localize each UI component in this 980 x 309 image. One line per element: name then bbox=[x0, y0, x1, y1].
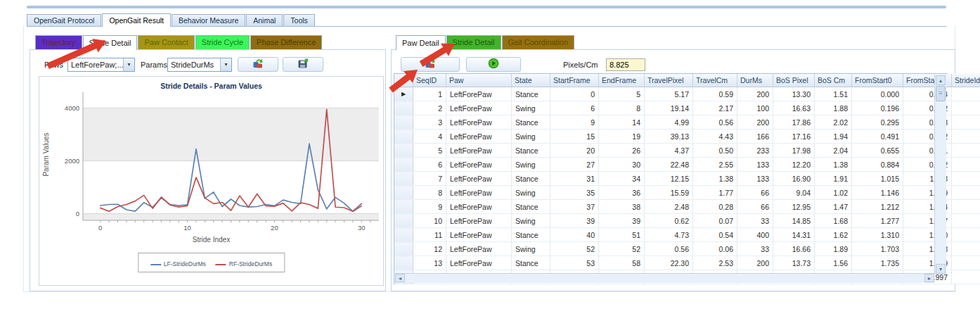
table-row[interactable]: 4LeftForePawSwing151939.134.4316617.161.… bbox=[394, 130, 980, 144]
pixels-cm-input[interactable] bbox=[606, 58, 645, 71]
col-header-startframe[interactable]: StartFrame bbox=[550, 74, 599, 87]
col-header-endframe[interactable]: EndFrame bbox=[599, 74, 645, 87]
row-marker[interactable] bbox=[394, 144, 413, 158]
cell-durms: 33 bbox=[737, 214, 773, 228]
col-header-strideid[interactable]: StrideId bbox=[952, 74, 980, 87]
scroll-left-icon[interactable]: ◄ bbox=[395, 274, 405, 282]
col-header-seqid[interactable]: SeqID bbox=[413, 74, 446, 87]
row-marker[interactable] bbox=[394, 115, 413, 130]
cell-endframe: 30 bbox=[599, 158, 645, 172]
cell-paw: LeftForePaw bbox=[446, 242, 512, 256]
scroll-up-icon[interactable]: ▲ bbox=[936, 75, 946, 85]
col-header-durms[interactable]: DurMs bbox=[737, 74, 773, 87]
subtab-paw-detail[interactable]: Paw Detail bbox=[396, 35, 446, 50]
row-marker[interactable] bbox=[394, 242, 413, 256]
row-marker[interactable] bbox=[394, 256, 413, 270]
cell-travelpixel: 15.59 bbox=[645, 186, 693, 200]
row-marker[interactable] bbox=[394, 158, 413, 172]
col-header-fromstart0[interactable]: FromStart0 bbox=[852, 74, 903, 87]
tab-opengait-protocol[interactable]: OpenGait Protocol bbox=[27, 14, 101, 26]
tab-behavior-measure[interactable]: Behavior Measure bbox=[172, 14, 245, 26]
cell-seqid: 13 bbox=[413, 256, 446, 270]
legend-line-swatch bbox=[216, 264, 226, 265]
scroll-right-icon[interactable]: ► bbox=[924, 274, 934, 282]
cell-fromstart0: 1.310 bbox=[852, 228, 903, 242]
paws-label: Paws bbox=[44, 61, 63, 69]
col-header-state[interactable]: State bbox=[512, 74, 550, 87]
col-header-bos-pixel[interactable]: BoS Pixel bbox=[773, 74, 815, 87]
subtab-paw-contact[interactable]: Paw Contact bbox=[138, 35, 194, 49]
table-row[interactable]: ▶1LeftForePawStance055.170.5920013.301.5… bbox=[394, 87, 980, 101]
row-marker[interactable] bbox=[394, 228, 413, 242]
cell-travelcm: 0.28 bbox=[693, 200, 737, 214]
cell-bos-cm: 1.91 bbox=[815, 172, 852, 186]
cell-seqid: 6 bbox=[413, 158, 446, 172]
table-row[interactable]: 3LeftForePawStance9144.990.5620017.862.0… bbox=[394, 115, 980, 130]
col-header-travelcm[interactable]: TravelCm bbox=[693, 74, 737, 87]
row-marker[interactable] bbox=[394, 214, 413, 228]
cell-startframe: 39 bbox=[550, 214, 599, 228]
tab-opengait-result[interactable]: OpenGait Result bbox=[102, 13, 171, 27]
chevron-down-icon[interactable]: ▾ bbox=[220, 58, 231, 71]
subtab-stride-cycle[interactable]: Stride Cycle bbox=[195, 35, 250, 49]
row-marker[interactable] bbox=[394, 186, 413, 200]
table-row[interactable]: 8LeftForePawSwing353615.591.77669.041.02… bbox=[394, 186, 980, 200]
cell-fromstart0: 1.212 bbox=[852, 200, 903, 214]
paws-dropdown[interactable]: LeftForePaw;... ▾ bbox=[67, 58, 135, 72]
cell-bos-cm: 1.02 bbox=[815, 186, 852, 200]
table-row[interactable]: 13LeftForePawStance535822.302.5320013.73… bbox=[394, 256, 980, 270]
cell-state: Swing bbox=[512, 186, 550, 200]
cell-durms: 133 bbox=[737, 172, 773, 186]
horizontal-scrollbar[interactable]: ◄ ► bbox=[395, 273, 934, 283]
table-row[interactable]: 5LeftForePawStance20264.370.5023317.982.… bbox=[394, 144, 980, 158]
current-row-icon[interactable]: ▶ bbox=[394, 87, 413, 101]
save-chart-button[interactable] bbox=[283, 57, 323, 72]
scroll-down-icon[interactable]: ▼ bbox=[936, 264, 946, 274]
cell-paw: LeftForePaw bbox=[446, 144, 512, 158]
row-marker[interactable] bbox=[394, 172, 413, 186]
cell-bos-pixel: 14.31 bbox=[773, 228, 815, 242]
col-header-paw[interactable]: Paw bbox=[446, 74, 512, 87]
chevron-down-icon[interactable]: ▾ bbox=[123, 58, 134, 71]
cell-seqid: 8 bbox=[413, 186, 446, 200]
col-header-bos-cm[interactable]: BoS Cm bbox=[815, 74, 852, 87]
table-row[interactable]: 9LeftForePawStance37382.480.286612.951.4… bbox=[394, 200, 980, 214]
cell-travelpixel: 19.14 bbox=[645, 101, 693, 115]
table-row[interactable]: 11LeftForePawStance40514.730.5440014.311… bbox=[394, 228, 980, 242]
subtab-trajectory[interactable]: Trajectory bbox=[35, 35, 82, 49]
params-dropdown[interactable]: StrideDurMs ▾ bbox=[167, 58, 232, 72]
subtab-phase-difference[interactable]: Phase Difference bbox=[250, 35, 322, 49]
subtab-gait-coordination[interactable]: Gait Coordination bbox=[502, 35, 575, 49]
row-marker[interactable] bbox=[394, 130, 413, 144]
cell-travelcm: 0.59 bbox=[693, 87, 737, 101]
subtab-stride-detail[interactable]: Stride Detail bbox=[446, 35, 501, 49]
vertical-scrollbar[interactable]: ▲ ≡ ▼ bbox=[934, 75, 946, 275]
table-row[interactable]: 6LeftForePawSwing273022.482.5513312.201.… bbox=[394, 158, 980, 172]
cell-durms: 33 bbox=[737, 242, 773, 256]
cell-state: Swing bbox=[512, 158, 550, 172]
cell-durms: 233 bbox=[737, 144, 773, 158]
table-row[interactable]: 2LeftForePawSwing6819.142.1710016.631.88… bbox=[394, 101, 980, 115]
tab-animal[interactable]: Animal bbox=[246, 14, 283, 26]
run-button[interactable] bbox=[466, 57, 521, 72]
chart-title: Stride Details - Param Values bbox=[39, 82, 383, 90]
cell-bos-cm: 1.51 bbox=[815, 87, 852, 101]
cell-endframe: 58 bbox=[599, 256, 645, 270]
vertical-scroll-thumb[interactable]: ≡ bbox=[936, 86, 946, 101]
svg-text:0: 0 bbox=[98, 224, 102, 232]
cell-bos-pixel: 16.63 bbox=[773, 101, 815, 115]
table-row[interactable]: 7LeftForePawStance313412.151.3813316.901… bbox=[394, 172, 980, 186]
cell-strideid: 6 bbox=[952, 270, 980, 284]
col-header-travelpixel[interactable]: TravelPixel bbox=[645, 74, 693, 87]
svg-text:10: 10 bbox=[183, 224, 191, 232]
table-row[interactable]: 12LeftForePawSwing52520.560.063316.661.8… bbox=[394, 242, 980, 256]
tab-tools[interactable]: Tools bbox=[283, 14, 315, 26]
load-data-button[interactable] bbox=[401, 57, 460, 72]
subtab-stride-detail[interactable]: Stride Detail bbox=[83, 35, 138, 50]
row-marker[interactable] bbox=[394, 101, 413, 115]
cell-fromstart0: 0.000 bbox=[852, 87, 903, 101]
table-row[interactable]: 10LeftForePawSwing39390.620.073314.851.6… bbox=[394, 214, 980, 228]
cell-startframe: 52 bbox=[550, 242, 599, 256]
row-marker[interactable] bbox=[394, 200, 413, 214]
draw-chart-button[interactable] bbox=[238, 57, 278, 72]
